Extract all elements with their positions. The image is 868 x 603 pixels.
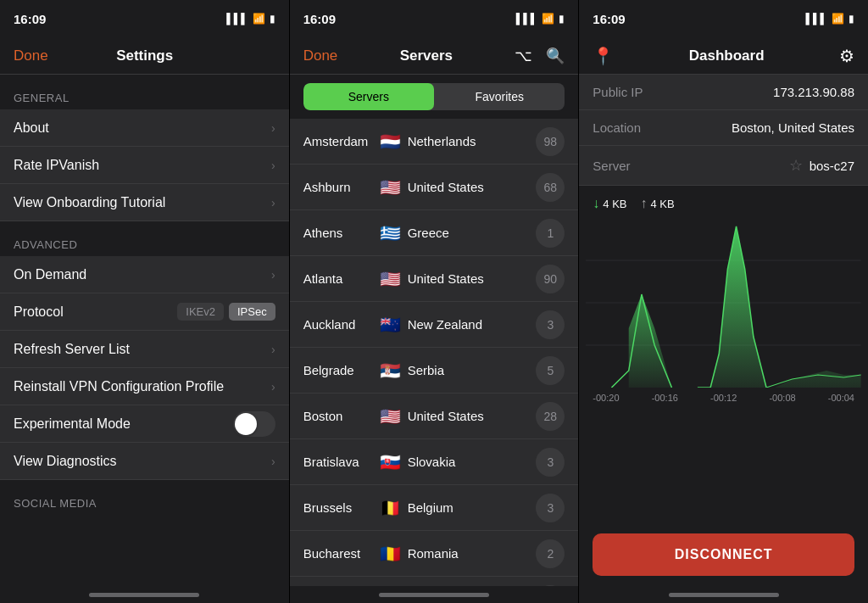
server-flag-icon: 🇷🇸	[380, 360, 401, 381]
filter-icon[interactable]: ⌥	[515, 47, 532, 65]
server-flag-icon: 🇺🇸	[380, 177, 401, 198]
location-row: Location Boston, United States	[579, 110, 868, 146]
home-indicator-servers	[290, 586, 579, 603]
home-indicator-settings	[0, 586, 289, 603]
about-chevron: ›	[271, 121, 275, 135]
server-city: Amsterdam	[303, 134, 380, 148]
server-row[interactable]: Ashburn 🇺🇸 United States 68	[290, 165, 579, 210]
rate-chevron: ›	[271, 159, 275, 172]
reinstall-label: Reinstall VPN Configuration Profile	[14, 379, 224, 394]
server-row[interactable]: Budapest 🇭🇺 Hungary 2	[290, 577, 579, 586]
download-stat: ↓ 4 KB	[593, 196, 626, 211]
info-rows: Public IP 173.213.90.88 Location Boston,…	[579, 75, 868, 186]
upload-stat: ↑ 4 KB	[641, 196, 675, 211]
status-time-settings: 16:09	[14, 12, 46, 26]
server-flag-icon: 🇺🇸	[380, 406, 401, 427]
refresh-server-row[interactable]: Refresh Server List ›	[0, 331, 289, 368]
favorites-tab[interactable]: Favorites	[434, 83, 565, 110]
servers-title: Servers	[400, 47, 453, 64]
server-city: Athens	[303, 226, 380, 240]
servers-done-button[interactable]: Done	[303, 47, 338, 64]
server-flag-icon: 🇬🇷	[380, 223, 401, 243]
status-bar-servers: 16:09 ▌▌▌ 📶 ▮	[290, 0, 579, 37]
status-bar-settings: 16:09 ▌▌▌ 📶 ▮	[0, 0, 289, 37]
about-row[interactable]: About ›	[0, 109, 289, 147]
gear-icon[interactable]: ⚙	[839, 46, 854, 66]
server-row[interactable]: Bratislava 🇸🇰 Slovakia 3	[290, 439, 579, 485]
dashboard-nav-bar: 📍 Dashboard ⚙	[579, 37, 868, 75]
diagnostics-chevron: ›	[271, 455, 275, 468]
server-flag-icon: 🇳🇱	[380, 131, 401, 152]
server-country: United States	[408, 409, 537, 423]
reinstall-chevron: ›	[271, 380, 275, 394]
home-indicator-dashboard	[579, 586, 868, 603]
settings-title: Settings	[116, 47, 173, 64]
toggle-thumb	[235, 413, 257, 435]
rate-row[interactable]: Rate IPVanish ›	[0, 147, 289, 184]
server-row[interactable]: Belgrade 🇷🇸 Serbia 5	[290, 348, 579, 394]
bandwidth-chart	[586, 218, 861, 388]
experimental-row[interactable]: Experimental Mode	[0, 405, 289, 443]
servers-panel: 16:09 ▌▌▌ 📶 ▮ Done Servers ⌥ 🔍 Servers F…	[290, 0, 580, 603]
diagnostics-row[interactable]: View Diagnostics ›	[0, 443, 289, 480]
experimental-label: Experimental Mode	[14, 416, 131, 432]
onboarding-row[interactable]: View Onboarding Tutorial ›	[0, 184, 289, 221]
server-flag-icon: 🇷🇴	[380, 544, 401, 564]
chart-label-4: -00:04	[828, 393, 854, 403]
servers-tab[interactable]: Servers	[303, 83, 434, 110]
server-list: Amsterdam 🇳🇱 Netherlands 98 Ashburn 🇺🇸 U…	[290, 119, 579, 586]
server-city: Belgrade	[303, 363, 380, 377]
search-icon[interactable]: 🔍	[546, 47, 565, 65]
download-arrow-icon: ↓	[593, 196, 599, 211]
status-bar-dashboard: 16:09 ▌▌▌ 📶 ▮	[579, 0, 868, 37]
server-row[interactable]: Boston 🇺🇸 United States 28	[290, 394, 579, 439]
servers-nav-right: ⌥ 🔍	[515, 47, 565, 65]
chart-label-3: -00:08	[769, 393, 795, 403]
server-count-badge: 3	[536, 448, 565, 477]
refresh-chevron: ›	[271, 343, 275, 356]
server-city: Bucharest	[303, 546, 380, 561]
server-flag-icon: 🇺🇸	[380, 269, 401, 289]
server-row[interactable]: Amsterdam 🇳🇱 Netherlands 98	[290, 119, 579, 165]
onboarding-label: View Onboarding Tutorial	[14, 195, 165, 210]
experimental-toggle[interactable]	[233, 411, 275, 437]
upload-value: 4 KB	[651, 198, 675, 210]
protocol-value: IKEv2 IPSec	[177, 303, 275, 321]
status-time-servers: 16:09	[303, 12, 336, 26]
ikev2-button[interactable]: IKEv2	[177, 303, 224, 321]
battery-icon: ▮	[270, 13, 275, 25]
wifi-icon-servers: 📶	[542, 13, 554, 25]
server-row: Server ☆ bos-c27	[579, 146, 868, 186]
server-country: Belgium	[408, 500, 537, 515]
server-row[interactable]: Brussels 🇧🇪 Belgium 3	[290, 485, 579, 531]
disconnect-button[interactable]: DISCONNECT	[593, 533, 854, 576]
protocol-row[interactable]: Protocol IKEv2 IPSec	[0, 293, 289, 331]
status-icons-servers: ▌▌▌ 📶 ▮	[516, 13, 565, 25]
about-label: About	[14, 120, 49, 136]
protocol-label: Protocol	[14, 304, 64, 320]
server-row[interactable]: Atlanta 🇺🇸 United States 90	[290, 256, 579, 302]
on-demand-row[interactable]: On Demand ›	[0, 256, 289, 293]
ipsec-button[interactable]: IPSec	[229, 303, 275, 321]
dashboard-title: Dashboard	[689, 47, 765, 64]
server-row[interactable]: Auckland 🇳🇿 New Zealand 3	[290, 302, 579, 348]
chart-labels: -00:20 -00:16 -00:12 -00:08 -00:04	[579, 391, 868, 405]
server-country: United States	[408, 180, 537, 194]
server-flag-icon: 🇳🇿	[380, 315, 401, 335]
server-flag-icon: 🇧🇪	[380, 498, 401, 518]
wifi-icon-dashboard: 📶	[832, 13, 844, 25]
battery-icon-dashboard: ▮	[849, 13, 854, 25]
server-count-badge: 98	[536, 127, 565, 156]
server-count-badge: 28	[536, 402, 565, 431]
settings-done-button[interactable]: Done	[14, 47, 48, 64]
upload-arrow-icon: ↑	[641, 196, 648, 211]
signal-icon: ▌▌▌	[226, 13, 248, 25]
reinstall-row[interactable]: Reinstall VPN Configuration Profile ›	[0, 368, 289, 405]
download-value: 4 KB	[603, 198, 626, 210]
star-icon[interactable]: ☆	[789, 156, 803, 175]
location-value: Boston, United States	[732, 120, 854, 135]
server-row[interactable]: Athens 🇬🇷 Greece 1	[290, 210, 579, 256]
advanced-section-header: Advanced	[0, 221, 289, 256]
server-row[interactable]: Bucharest 🇷🇴 Romania 2	[290, 531, 579, 577]
chart-stats: ↓ 4 KB ↑ 4 KB	[579, 193, 868, 215]
